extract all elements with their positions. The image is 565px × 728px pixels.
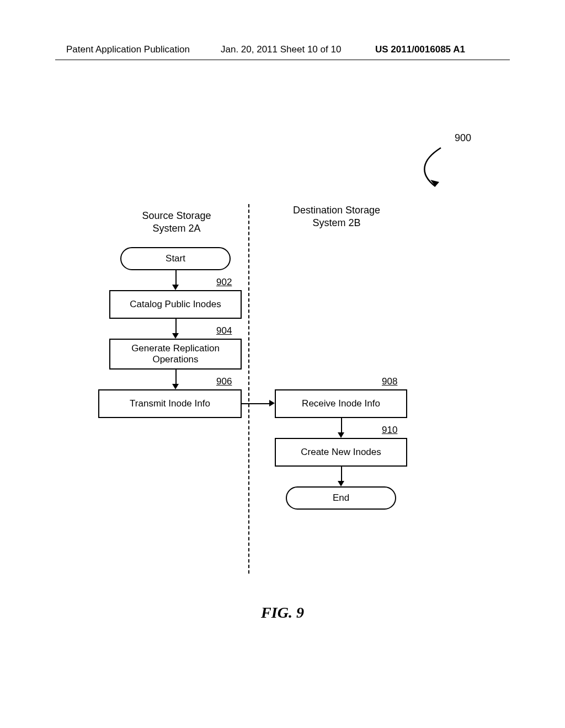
figure-reference: 900 — [394, 132, 471, 199]
dest-title-line2: System 2B — [312, 217, 360, 228]
step-910-number: 910 — [382, 425, 397, 436]
step-908-number: 908 — [382, 376, 397, 387]
step-910-label: Create New Inodes — [301, 447, 381, 458]
reference-arrow-icon — [411, 143, 455, 193]
step-904-label: Generate Replication Operations — [114, 343, 237, 365]
arrow-head-icon — [269, 400, 275, 406]
source-title-line1: Source Storage — [142, 210, 211, 221]
end-label: End — [333, 493, 349, 504]
arrow-906-to-908 — [242, 403, 269, 404]
header-right: US 2011/0016085 A1 — [375, 44, 465, 55]
start-label: Start — [166, 253, 185, 264]
end-node: End — [286, 486, 396, 510]
header-rule — [55, 60, 510, 60]
source-title-line2: System 2A — [152, 223, 200, 234]
step-902-label: Catalog Public Inodes — [130, 299, 221, 310]
arrow-head-icon — [338, 481, 344, 486]
arrow-902-to-904 — [175, 319, 177, 333]
flowchart-diagram: 900 Source Storage System 2A Destination… — [55, 110, 510, 607]
step-906-box: Transmit Inode Info — [98, 389, 242, 418]
arrow-start-to-902 — [175, 270, 177, 285]
arrow-910-to-end — [341, 467, 342, 481]
destination-column-title: Destination Storage System 2B — [276, 204, 397, 229]
figure-caption: FIG. 9 — [0, 604, 565, 622]
step-906-label: Transmit Inode Info — [130, 398, 210, 409]
arrow-head-icon — [172, 333, 179, 339]
step-910-box: Create New Inodes — [275, 438, 407, 467]
step-904-box: Generate Replication Operations — [109, 339, 242, 370]
arrow-904-to-906 — [175, 370, 177, 384]
step-908-label: Receive Inode Info — [302, 398, 380, 409]
dest-title-line1: Destination Storage — [293, 205, 380, 216]
arrow-head-icon — [172, 384, 179, 389]
step-902-box: Catalog Public Inodes — [109, 290, 242, 319]
arrow-908-to-910 — [341, 418, 342, 432]
step-908-box: Receive Inode Info — [275, 389, 407, 418]
column-divider — [248, 204, 249, 574]
page-header: Patent Application Publication Jan. 20, … — [0, 44, 565, 61]
source-column-title: Source Storage System 2A — [121, 210, 232, 234]
header-left: Patent Application Publication — [66, 44, 190, 55]
start-node: Start — [120, 247, 231, 270]
figure-reference-label: 900 — [455, 132, 471, 144]
header-center: Jan. 20, 2011 Sheet 10 of 10 — [221, 44, 341, 55]
step-902-number: 902 — [216, 277, 232, 288]
arrow-head-icon — [172, 285, 179, 290]
step-906-number: 906 — [216, 376, 232, 387]
arrow-head-icon — [338, 432, 344, 438]
step-904-number: 904 — [216, 325, 232, 336]
